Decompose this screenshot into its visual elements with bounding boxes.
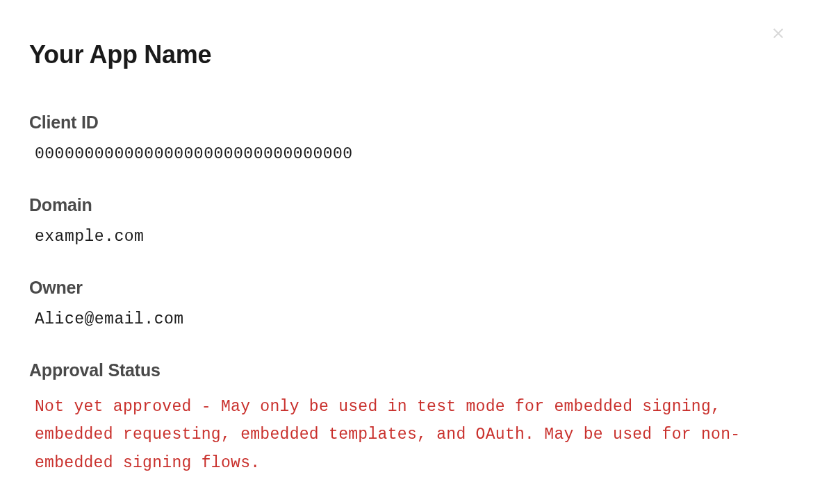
client-id-value: 00000000000000000000000000000000 <box>29 145 784 163</box>
close-icon <box>770 25 787 44</box>
owner-label: Owner <box>29 278 784 298</box>
client-id-field: Client ID 000000000000000000000000000000… <box>29 112 784 163</box>
approval-status-field: Approval Status Not yet approved - May o… <box>29 360 784 477</box>
approval-status-value: Not yet approved - May only be used in t… <box>29 393 780 477</box>
owner-value: Alice@email.com <box>29 310 784 328</box>
app-title: Your App Name <box>29 40 784 69</box>
client-id-label: Client ID <box>29 112 784 133</box>
domain-field: Domain example.com <box>29 195 784 246</box>
owner-field: Owner Alice@email.com <box>29 278 784 328</box>
domain-value: example.com <box>29 228 784 246</box>
close-button[interactable] <box>769 25 788 44</box>
approval-status-label: Approval Status <box>29 360 784 380</box>
domain-label: Domain <box>29 195 784 215</box>
